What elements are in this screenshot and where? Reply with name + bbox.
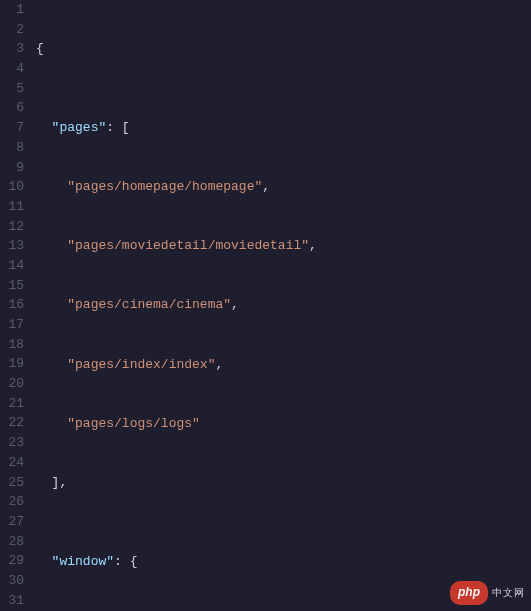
line-number: 6 xyxy=(0,98,24,118)
line-number: 3 xyxy=(0,39,24,59)
line-number: 31 xyxy=(0,591,24,611)
line-number: 29 xyxy=(0,551,24,571)
code-area[interactable]: { "pages": [ "pages/homepage/homepage", … xyxy=(36,0,531,611)
line-number: 27 xyxy=(0,512,24,532)
line-number: 8 xyxy=(0,138,24,158)
line-number: 5 xyxy=(0,79,24,99)
line-number: 9 xyxy=(0,158,24,178)
line-number: 13 xyxy=(0,236,24,256)
code-line: ], xyxy=(36,473,531,493)
line-number: 24 xyxy=(0,453,24,473)
line-number: 18 xyxy=(0,335,24,355)
code-line: "pages/index/index", xyxy=(36,355,531,375)
line-number: 25 xyxy=(0,473,24,493)
line-number: 16 xyxy=(0,295,24,315)
line-number: 28 xyxy=(0,532,24,552)
line-number: 12 xyxy=(0,217,24,237)
code-line: "pages": [ xyxy=(36,118,531,138)
code-line: "pages/logs/logs" xyxy=(36,414,531,434)
line-number: 30 xyxy=(0,571,24,591)
line-number: 1 xyxy=(0,0,24,20)
line-number: 22 xyxy=(0,413,24,433)
code-line: "window": { xyxy=(36,552,531,572)
line-number: 23 xyxy=(0,433,24,453)
line-number: 17 xyxy=(0,315,24,335)
line-number: 26 xyxy=(0,492,24,512)
line-number: 4 xyxy=(0,59,24,79)
code-line: "pages/moviedetail/moviedetail", xyxy=(36,236,531,256)
line-number-gutter: 1234567891011121314151617181920212223242… xyxy=(0,0,36,611)
line-number: 7 xyxy=(0,118,24,138)
line-number: 11 xyxy=(0,197,24,217)
line-number: 2 xyxy=(0,20,24,40)
code-line: { xyxy=(36,39,531,59)
line-number: 14 xyxy=(0,256,24,276)
code-editor[interactable]: 1234567891011121314151617181920212223242… xyxy=(0,0,531,611)
line-number: 20 xyxy=(0,374,24,394)
line-number: 15 xyxy=(0,276,24,296)
code-line: "pages/homepage/homepage", xyxy=(36,177,531,197)
line-number: 19 xyxy=(0,354,24,374)
code-line: "pages/cinema/cinema", xyxy=(36,295,531,315)
line-number: 10 xyxy=(0,177,24,197)
line-number: 21 xyxy=(0,394,24,414)
